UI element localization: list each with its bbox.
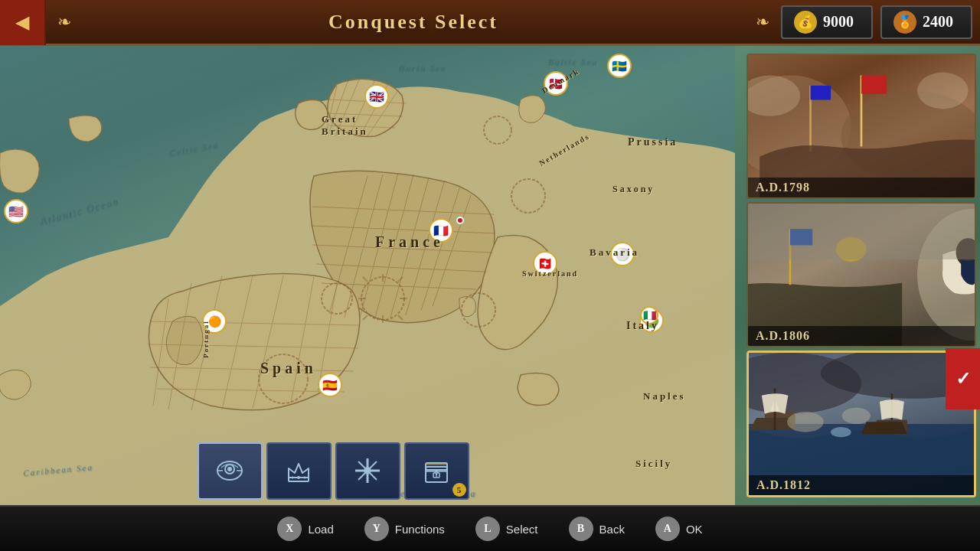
nav-load[interactable]: X Load bbox=[277, 517, 333, 541]
confirm-selection-button[interactable] bbox=[946, 348, 980, 409]
scenario-panel: A.D.1798 bbox=[743, 50, 980, 501]
svg-point-90 bbox=[364, 467, 371, 474]
select-label: Select bbox=[506, 523, 538, 536]
chest-badge: 5 bbox=[452, 483, 466, 497]
svg-rect-54 bbox=[861, 76, 887, 94]
medal-value: 2400 bbox=[923, 13, 953, 31]
svg-point-74 bbox=[787, 412, 824, 432]
medal-currency-box: 🏅 2400 bbox=[880, 5, 972, 39]
svg-point-76 bbox=[831, 427, 851, 437]
svg-point-83 bbox=[297, 476, 300, 479]
x-button: X bbox=[277, 517, 302, 541]
bottom-nav: X Load Y Functions L Select B Back A OK bbox=[0, 505, 980, 551]
svg-point-84 bbox=[292, 477, 294, 479]
bavaria-flag[interactable]: ⚪ bbox=[610, 242, 635, 266]
scenario-1806[interactable]: A.D.1806 bbox=[746, 202, 976, 347]
france-flag[interactable]: 🇫🇷 bbox=[429, 218, 453, 243]
scenario-1806-label: A.D.1806 bbox=[748, 326, 975, 346]
right-decoration: ❧ bbox=[744, 12, 781, 32]
functions-label: Functions bbox=[395, 523, 445, 536]
gold-currency-box: 💰 9000 bbox=[781, 5, 873, 39]
svg-point-85 bbox=[304, 477, 306, 479]
y-button: Y bbox=[364, 517, 389, 541]
header: ❧ Conquest Select ❧ 💰 9000 🏅 2400 bbox=[0, 0, 980, 46]
scenario-1798[interactable]: A.D.1798 bbox=[746, 54, 976, 199]
france-pin bbox=[456, 217, 464, 224]
nav-ok[interactable]: A OK bbox=[655, 517, 703, 541]
svg-point-79 bbox=[227, 467, 232, 471]
nav-back[interactable]: B Back bbox=[569, 517, 625, 541]
toolbar-chest-btn[interactable]: 5 bbox=[404, 442, 469, 500]
load-label: Load bbox=[308, 523, 333, 536]
l-button: L bbox=[475, 517, 500, 541]
spain-flag[interactable]: 🇪🇸 bbox=[318, 373, 342, 397]
nav-select[interactable]: L Select bbox=[475, 517, 538, 541]
scenario-1812-label: A.D.1812 bbox=[749, 475, 974, 495]
toolbar: 5 bbox=[0, 440, 666, 501]
svg-rect-56 bbox=[811, 86, 831, 100]
ok-label: OK bbox=[686, 523, 703, 536]
sweden-flag[interactable]: 🇸🇪 bbox=[607, 54, 632, 78]
page-title: Conquest Select bbox=[83, 11, 744, 34]
denmark-flag[interactable]: 🇩🇰 bbox=[544, 71, 568, 96]
toolbar-mode-btn[interactable] bbox=[198, 442, 263, 500]
toolbar-crown-btn[interactable] bbox=[266, 442, 332, 500]
italy-flag-sm[interactable]: 🇮🇹 bbox=[640, 306, 658, 324]
scenario-1812[interactable]: A.D.1812 bbox=[746, 350, 976, 497]
svg-point-94 bbox=[436, 474, 437, 475]
gold-icon: 💰 bbox=[794, 11, 817, 34]
usa-flag[interactable]: 🇺🇸 bbox=[4, 199, 28, 223]
a-button: A bbox=[655, 517, 680, 541]
back-label: Back bbox=[599, 523, 625, 536]
svg-point-75 bbox=[842, 408, 871, 424]
back-button[interactable] bbox=[0, 0, 46, 45]
nav-functions[interactable]: Y Functions bbox=[364, 517, 445, 541]
gb-flag[interactable]: 🇬🇧 bbox=[364, 84, 389, 109]
svg-rect-65 bbox=[748, 204, 975, 259]
b-button: B bbox=[569, 517, 593, 541]
toolbar-star-btn[interactable] bbox=[335, 442, 400, 500]
medal-icon: 🏅 bbox=[893, 11, 916, 34]
svg-point-58 bbox=[917, 73, 968, 109]
scenario-1798-label: A.D.1798 bbox=[748, 178, 975, 197]
switzerland-flag[interactable]: 🇨🇭 bbox=[533, 251, 557, 276]
gold-value: 9000 bbox=[823, 13, 854, 31]
left-decoration: ❧ bbox=[46, 12, 83, 32]
portugal-flag[interactable]: 🟠 bbox=[202, 309, 227, 334]
